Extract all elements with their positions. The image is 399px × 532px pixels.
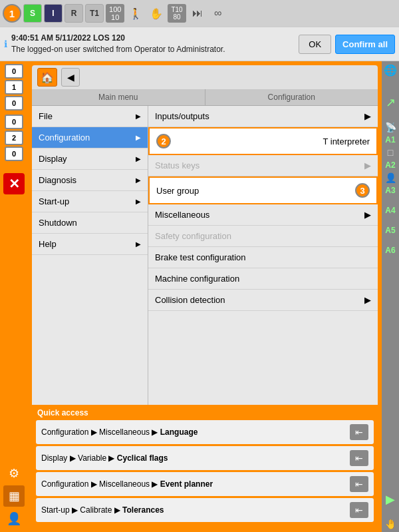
left-num-5: 0: [5, 146, 23, 161]
arrow-icon: ▶: [136, 134, 141, 141]
step3-badge: 3: [355, 183, 370, 198]
label-a5[interactable]: A5: [385, 226, 395, 235]
close-button[interactable]: ✕: [3, 173, 25, 194]
top-toolbar: 1 S I R T1 100 10 🚶 ✋ T10 80 ⏭ ∞: [0, 0, 399, 27]
right-panel: 🌐 ↗ 📡 A1 □ A2 👤 A3 A4 A5 A6 ▶ 🤚: [382, 61, 399, 532]
step2-badge: 2: [156, 134, 171, 148]
qa-arrow-cyclical-flags[interactable]: ⇤: [350, 450, 368, 466]
grid-icon[interactable]: ▦: [3, 485, 25, 507]
person-icon: 👤: [385, 172, 396, 183]
arrow-icon: ▶: [364, 210, 371, 220]
menu-item-status-keys: Status keys ▶: [148, 155, 378, 176]
settings-icon[interactable]: ⚙: [3, 463, 25, 484]
qa-arrow-language[interactable]: ⇤: [350, 424, 368, 440]
t10-display: T10 80: [168, 4, 186, 23]
btn-s[interactable]: S: [23, 4, 42, 23]
label-a4[interactable]: A4: [385, 206, 395, 215]
left-panel: 0 1 0 0 2 0 ✕ ⚙ ▦ 👤: [0, 61, 28, 532]
notification-bar: ℹ 9:40:51 AM 5/11/2022 LOS 120 The logge…: [0, 27, 399, 61]
hand-icon: ✋: [147, 4, 166, 23]
satellite-icon: 📡: [385, 122, 396, 133]
menu-item-miscellaneous[interactable]: Miscellaneous ▶: [148, 204, 378, 226]
menu-item-diagnosis[interactable]: Diagnosis ▶: [32, 170, 148, 191]
menu-item-machine-configuration[interactable]: Machine configuration: [148, 268, 378, 290]
arrow-icon: ▶: [136, 155, 141, 162]
left-num-3: 0: [5, 115, 23, 129]
label-a1[interactable]: A1: [385, 135, 395, 144]
menu-item-help[interactable]: Help ▶: [32, 234, 148, 255]
notification-message: The logged-on user switched from Operato…: [11, 44, 295, 55]
arrow-icon: ▶: [364, 295, 371, 305]
globe-icon[interactable]: 🌐: [384, 64, 397, 77]
btn-t1[interactable]: T1: [85, 4, 104, 23]
walk-icon: 🚶: [126, 4, 145, 23]
qa-arrow-tolerances[interactable]: ⇤: [350, 502, 368, 518]
left-num-4: 2: [5, 131, 23, 145]
notification-text: 9:40:51 AM 5/11/2022 LOS 120 The logged-…: [11, 33, 295, 55]
arrow-icon: ▶: [364, 111, 371, 121]
menu-item-file[interactable]: File ▶: [32, 106, 148, 127]
left-num-1: 1: [5, 80, 23, 95]
menu-item-display[interactable]: Display ▶: [32, 148, 148, 170]
menu-columns: File ▶ Configuration ▶ Display ▶ Diagnos…: [32, 106, 378, 405]
ok-button[interactable]: OK: [299, 35, 331, 54]
quick-access-item-event-planner[interactable]: Configuration ▶ Miscellaneous ▶ Event pl…: [36, 472, 374, 496]
step1-badge: 1: [3, 4, 21, 23]
infinity-icon: ∞: [209, 4, 227, 23]
label-a3[interactable]: A3: [385, 186, 395, 195]
right-curve-icon: ↗: [386, 95, 396, 110]
right-menu-column: Inputs/outputs ▶ 2 T interpreter Status …: [148, 106, 378, 405]
menu-item-configuration[interactable]: Configuration ▶: [32, 127, 148, 148]
fast-forward-icon[interactable]: ⏭: [188, 4, 207, 23]
home-button[interactable]: 🏠: [37, 68, 57, 87]
quick-access-section: Quick access Configuration ▶ Miscellaneo…: [32, 405, 378, 528]
back-button[interactable]: ◀: [61, 68, 80, 87]
configuration-header: Configuration: [205, 89, 378, 105]
hand-icon-right: 🤚: [385, 519, 396, 529]
arrow-icon: ▶: [136, 113, 141, 120]
menu-item-brake-test[interactable]: Brake test configuration: [148, 247, 378, 268]
label-a6[interactable]: A6: [385, 246, 395, 255]
confirm-all-button[interactable]: Confirm all: [335, 35, 395, 54]
quick-access-header: Quick access: [36, 407, 374, 420]
menu-item-inputs-outputs[interactable]: Inputs/outputs ▶: [148, 106, 378, 127]
btn-i[interactable]: I: [44, 4, 63, 23]
menu-item-user-group[interactable]: User group 3: [148, 176, 378, 204]
arrow-icon: ▶: [136, 198, 141, 205]
left-num-0: 0: [5, 64, 23, 79]
quick-access-item-cyclical-flags[interactable]: Display ▶ Variable ▶ Cyclical flags ⇤: [36, 446, 374, 470]
notification-time: 9:40:51 AM 5/11/2022 LOS 120: [11, 33, 295, 44]
square-icon: □: [388, 147, 393, 158]
user-icon[interactable]: 👤: [3, 508, 25, 529]
menu-item-t-interpreter[interactable]: 2 T interpreter: [148, 127, 378, 155]
btn-r[interactable]: R: [65, 4, 83, 23]
qa-arrow-event-planner[interactable]: ⇤: [350, 476, 368, 492]
quick-access-item-language[interactable]: Configuration ▶ Miscellaneous ▶ Language…: [36, 420, 374, 444]
arrow-icon: ▶: [136, 240, 141, 248]
left-menu-column: File ▶ Configuration ▶ Display ▶ Diagnos…: [32, 106, 148, 405]
label-a2[interactable]: A2: [385, 160, 395, 170]
menu-headers: Main menu Configuration: [32, 89, 378, 106]
play-icon[interactable]: ▶: [386, 492, 395, 507]
main-menu-header: Main menu: [32, 89, 205, 105]
menu-content: Main menu Configuration File ▶ Configura…: [32, 89, 378, 528]
quick-access-item-tolerances[interactable]: Start-up ▶ Calibrate ▶ Tolerances ⇤: [36, 498, 374, 522]
speed-display: 100 10: [106, 4, 124, 23]
main-area: 0 1 0 0 2 0 ✕ ⚙ ▦ 👤 🏠 ◀ Main menu Config…: [0, 61, 399, 532]
menu-item-shutdown[interactable]: Shutdown: [32, 212, 148, 234]
menu-item-collision-detection[interactable]: Collision detection ▶: [148, 290, 378, 311]
menu-item-safety-configuration: Safety configuration: [148, 226, 378, 247]
menu-item-startup[interactable]: Start-up ▶: [32, 191, 148, 212]
arrow-icon: ▶: [136, 176, 141, 184]
breadcrumb-bar: 🏠 ◀: [32, 65, 378, 89]
arrow-icon: ▶: [364, 160, 371, 170]
center-content: 🏠 ◀ Main menu Configuration File ▶ Confi…: [28, 61, 382, 532]
left-num-2: 0: [5, 96, 23, 111]
